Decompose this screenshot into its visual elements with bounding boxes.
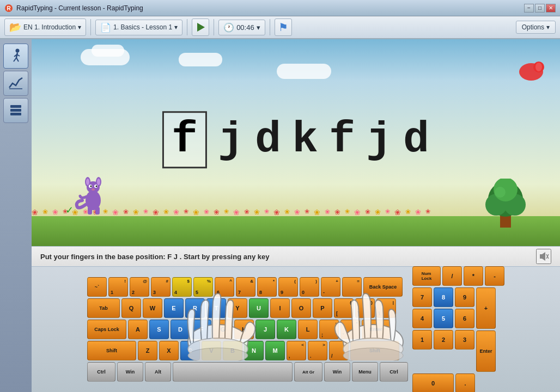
key-shift-right[interactable]: Shift <box>350 341 399 360</box>
key-num-slash[interactable]: / <box>442 266 462 286</box>
key-j[interactable]: J <box>255 320 275 339</box>
key-num-8[interactable]: 8 <box>434 287 453 307</box>
key-num-6[interactable]: 6 <box>455 309 474 328</box>
key-num-minus[interactable]: - <box>485 266 504 286</box>
key-d[interactable]: D <box>171 320 190 339</box>
key-o[interactable]: O <box>291 298 311 318</box>
key-a[interactable]: A <box>128 320 148 339</box>
key-quote[interactable]: "' <box>340 320 360 339</box>
close-button[interactable]: ✕ <box>546 4 556 13</box>
cloud-3 <box>179 53 222 66</box>
key-num-enter[interactable]: Enter <box>476 330 496 372</box>
key-m[interactable]: M <box>265 341 285 360</box>
flag-button[interactable]: ⚑ <box>275 19 292 36</box>
key-2[interactable]: @2 <box>130 277 149 297</box>
lesson-item-button[interactable]: 📄 1. Basics - Lesson 1 ▾ <box>95 20 182 35</box>
sound-button[interactable] <box>536 249 551 264</box>
key-t[interactable]: T <box>206 298 226 318</box>
key-win-right[interactable]: Win <box>324 362 350 382</box>
key-9[interactable]: (9 <box>278 277 298 297</box>
key-num-plus[interactable]: + <box>476 287 496 329</box>
key-p[interactable]: P <box>313 298 332 318</box>
key-h[interactable]: H <box>234 320 254 339</box>
maximize-button[interactable]: □ <box>535 4 545 13</box>
toolbar: 📂 EN 1. Introduction ▾ 📄 1. Basics - Les… <box>0 16 560 39</box>
sidebar-item-stats[interactable] <box>3 71 28 96</box>
play-icon <box>197 23 205 32</box>
key-s[interactable]: S <box>149 320 169 339</box>
play-button[interactable] <box>192 19 209 36</box>
minimize-button[interactable]: − <box>524 4 534 13</box>
key-enter[interactable]: Enter <box>362 320 390 339</box>
key-lbracket[interactable]: {[ <box>334 298 354 318</box>
key-rbracket[interactable]: }] <box>355 298 375 318</box>
key-v[interactable]: V <box>202 341 221 360</box>
key-numlock[interactable]: NumLock <box>412 266 441 286</box>
key-x[interactable]: X <box>159 341 179 360</box>
key-5[interactable]: %5 <box>193 277 213 297</box>
key-space[interactable] <box>173 362 293 382</box>
key-7[interactable]: &7 <box>236 277 255 297</box>
key-win-left[interactable]: Win <box>117 362 143 382</box>
svg-point-2 <box>16 49 20 53</box>
key-slash[interactable]: ?/ <box>329 341 349 360</box>
key-backslash[interactable]: |\ <box>376 298 396 318</box>
key-menu[interactable]: Menu <box>352 362 378 382</box>
key-altgr[interactable]: Alt Gr <box>294 362 322 382</box>
key-row-1: Tab Q W E R T Y U I O P {[ }] |\ <box>87 298 408 318</box>
key-num-4[interactable]: 4 <box>412 309 432 328</box>
key-4[interactable]: $4 <box>172 277 192 297</box>
key-period[interactable]: >. <box>308 341 327 360</box>
key-g[interactable]: G <box>213 320 233 339</box>
sidebar-item-lesson[interactable] <box>3 44 28 69</box>
key-3[interactable]: #3 <box>151 277 171 297</box>
key-num-1[interactable]: 1 <box>412 330 432 350</box>
options-button[interactable]: Options ▾ <box>516 21 556 34</box>
key-6[interactable]: ^6 <box>215 277 234 297</box>
key-num-9[interactable]: 9 <box>455 287 474 307</box>
key-semicolon[interactable]: :; <box>319 320 339 339</box>
key-r[interactable]: R <box>185 298 205 318</box>
key-f[interactable]: F <box>192 320 211 339</box>
key-n[interactable]: N <box>244 341 264 360</box>
key-c[interactable]: C <box>180 341 200 360</box>
lesson-folder-button[interactable]: 📂 EN 1. Introduction ▾ <box>4 19 86 36</box>
key-ctrl-left[interactable]: Ctrl <box>87 362 115 382</box>
key-1[interactable]: !1 <box>108 277 128 297</box>
key-y[interactable]: Y <box>228 298 247 318</box>
divider-2 <box>187 19 187 35</box>
key-num-0[interactable]: 0 <box>412 373 454 393</box>
key-l[interactable]: L <box>298 320 318 339</box>
key-num-2[interactable]: 2 <box>434 330 453 350</box>
key-q[interactable]: Q <box>121 298 141 318</box>
key-num-asterisk[interactable]: * <box>464 266 483 286</box>
key-num-5[interactable]: 5 <box>434 309 453 328</box>
key-k[interactable]: K <box>277 320 296 339</box>
sidebar-item-courses[interactable] <box>3 98 28 123</box>
key-num-3[interactable]: 3 <box>455 330 474 350</box>
key-comma[interactable]: <, <box>287 341 306 360</box>
key-u[interactable]: U <box>249 298 269 318</box>
key-shift-left[interactable]: Shift <box>87 341 136 360</box>
key-equals[interactable]: = <box>342 277 362 297</box>
lesson-item-label: 1. Basics - Lesson 1 <box>113 23 172 31</box>
key-tab[interactable]: Tab <box>87 298 120 318</box>
key-ctrl-right[interactable]: Ctrl <box>380 362 408 382</box>
key-alt-left[interactable]: Alt <box>145 362 171 382</box>
timer-button[interactable]: 🕐 00:46 ▾ <box>218 20 265 35</box>
key-e[interactable]: E <box>164 298 184 318</box>
numpad-row-3: 1 2 3 <box>412 330 474 350</box>
key-backspace[interactable]: Back Space <box>363 277 403 297</box>
key-8[interactable]: *8 <box>257 277 277 297</box>
key-0[interactable]: )0 <box>300 277 319 297</box>
key-i[interactable]: I <box>270 298 290 318</box>
key-minus[interactable]: +- <box>321 277 340 297</box>
key-backtick[interactable]: ~` <box>87 277 107 297</box>
key-z[interactable]: Z <box>138 341 157 360</box>
key-w[interactable]: W <box>143 298 162 318</box>
sidebar <box>0 39 32 392</box>
key-capslock[interactable]: Caps Lock <box>87 320 126 339</box>
key-b[interactable]: B <box>223 341 242 360</box>
key-num-dot[interactable]: . <box>455 373 475 393</box>
key-num-7[interactable]: 7 <box>412 287 432 307</box>
